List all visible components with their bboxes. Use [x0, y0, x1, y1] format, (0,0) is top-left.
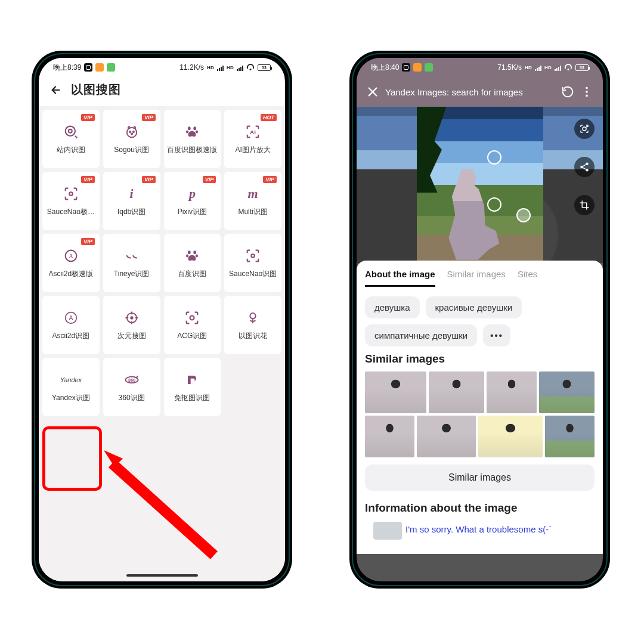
similar-images-button[interactable]: Similar images — [365, 465, 595, 491]
engine-card-8[interactable]: AAscii2d极速版VIP — [42, 234, 100, 292]
engine-card-17[interactable]: 360360识图 — [103, 358, 160, 416]
cutout-icon — [184, 371, 200, 388]
back-button[interactable] — [49, 83, 63, 97]
target-icon — [63, 123, 79, 140]
tab-0[interactable]: About the image — [365, 269, 435, 287]
flower-icon — [244, 309, 261, 326]
tabs: About the imageSimilar imagesSites — [365, 269, 595, 287]
chip-2[interactable]: симпатичные девушки — [365, 324, 477, 346]
engine-card-9[interactable]: Tineye识图 — [103, 234, 160, 292]
chip-0[interactable]: девушка — [365, 296, 420, 318]
badge: VIP — [81, 238, 95, 245]
tab-2[interactable]: Sites — [518, 269, 537, 287]
engine-label: 次元搜图 — [117, 332, 146, 340]
thumb[interactable] — [545, 416, 595, 457]
engine-card-14[interactable]: ACG识图 — [164, 296, 221, 354]
yandex-title: Yandex Images: search for images — [385, 87, 555, 97]
crosshair-icon — [123, 309, 140, 326]
query-image[interactable] — [417, 107, 543, 263]
wifi-icon — [246, 63, 255, 72]
tab-1[interactable]: Similar images — [447, 269, 506, 287]
svg-text:A: A — [69, 253, 73, 259]
engine-label: Sogou识图 — [114, 146, 149, 154]
screen-left: 晚上8:39 11.2K/s HD HD 53 — [39, 58, 285, 581]
crop-icon[interactable] — [574, 195, 595, 215]
app-icon-orange — [95, 63, 104, 72]
engine-label: Multi识图 — [238, 208, 267, 216]
thumb[interactable] — [539, 371, 595, 413]
lens-icon[interactable] — [574, 119, 595, 139]
engine-label: 站内识图 — [57, 146, 85, 154]
engine-card-0[interactable]: 站内识图VIP — [42, 110, 100, 168]
engine-card-12[interactable]: AAscii2d识图 — [42, 296, 100, 354]
more-button[interactable] — [580, 85, 593, 98]
engine-card-18[interactable]: 免抠图识图 — [164, 358, 221, 416]
engine-card-10[interactable]: 百度识图 — [164, 234, 221, 292]
engine-grid: 站内识图VIPSogou识图VIP百度识图极速版AIAI图片放大HOTSauce… — [42, 110, 281, 416]
phone-frame-left: 晚上8:39 11.2K/s HD HD 53 — [32, 51, 292, 589]
ai-scan-icon: AI — [244, 123, 261, 140]
engine-card-16[interactable]: YandexYandex识图 — [42, 358, 100, 416]
thumb[interactable] — [365, 371, 426, 413]
phone-frame-right: 晚上8:40 71.5K/s HD HD 53 — [349, 51, 610, 589]
badge: VIP — [263, 176, 277, 183]
engine-label: 百度识图 — [178, 270, 206, 278]
engine-label: SauceNao识图 — [229, 270, 277, 278]
badge: VIP — [142, 114, 156, 121]
smirk-icon — [123, 247, 140, 264]
signal2-icon — [237, 64, 243, 71]
engine-card-4[interactable]: SauceNao极…VIP — [42, 172, 100, 230]
info-thumb[interactable] — [373, 522, 402, 540]
chip-more[interactable]: ••• — [483, 324, 510, 346]
share-icon[interactable] — [574, 157, 595, 177]
home-indicator[interactable] — [126, 574, 198, 577]
engine-card-15[interactable]: 以图识花 — [224, 296, 281, 354]
circle-a-icon: A — [63, 247, 79, 264]
badge: VIP — [142, 176, 156, 183]
hd1-icon: HD — [525, 65, 532, 70]
engine-card-7[interactable]: mMulti识图VIP — [224, 172, 281, 230]
chip-1[interactable]: красивые девушки — [426, 296, 522, 318]
battery-icon: 53 — [258, 64, 271, 71]
signal2-icon — [555, 64, 561, 71]
engine-label: Ascii2d极速版 — [49, 270, 94, 278]
engine-card-2[interactable]: 百度识图极速版 — [164, 110, 221, 168]
engine-card-1[interactable]: Sogou识图VIP — [103, 110, 160, 168]
hero-tools — [574, 119, 595, 215]
reload-button[interactable] — [561, 85, 574, 98]
statusbar-right: 晚上8:40 71.5K/s HD HD 53 — [357, 58, 603, 77]
360-icon: 360 — [123, 371, 140, 388]
yandex-header: Yandex Images: search for images — [357, 77, 603, 107]
svg-point-1 — [69, 129, 72, 133]
svg-point-16 — [186, 255, 188, 258]
svg-point-35 — [586, 169, 589, 172]
badge: VIP — [203, 176, 216, 183]
svg-point-7 — [194, 127, 197, 131]
engine-label: ACG识图 — [177, 332, 207, 340]
engine-label: Ascii2d识图 — [52, 332, 90, 340]
svg-point-11 — [69, 193, 73, 196]
engine-label: 以图识花 — [239, 332, 267, 340]
letter-i-icon: i — [123, 185, 140, 202]
thumb[interactable] — [417, 416, 475, 457]
engine-card-6[interactable]: pPixiv识图VIP — [164, 172, 221, 230]
svg-point-22 — [131, 317, 133, 320]
thumb[interactable] — [478, 416, 543, 457]
engine-card-13[interactable]: 次元搜图 — [103, 296, 160, 354]
thumb[interactable] — [365, 416, 414, 457]
svg-point-2 — [126, 128, 136, 137]
svg-text:360: 360 — [128, 377, 135, 383]
svg-point-32 — [586, 126, 587, 128]
thumb[interactable] — [429, 371, 484, 413]
engine-card-5[interactable]: iIqdb识图VIP — [103, 172, 160, 230]
app-icon-orange — [413, 63, 422, 72]
app-icon-green — [107, 63, 115, 72]
thumb[interactable] — [487, 371, 537, 413]
focus-ring-icon[interactable] — [487, 197, 501, 212]
engine-card-3[interactable]: AIAI图片放大HOT — [224, 110, 281, 168]
engine-card-11[interactable]: SauceNao识图 — [224, 234, 281, 292]
letter-p-icon: p — [184, 185, 200, 202]
close-button[interactable] — [366, 85, 379, 98]
status-time: 晚上8:40 — [371, 63, 399, 73]
section-title-similar: Similar images — [365, 352, 595, 366]
